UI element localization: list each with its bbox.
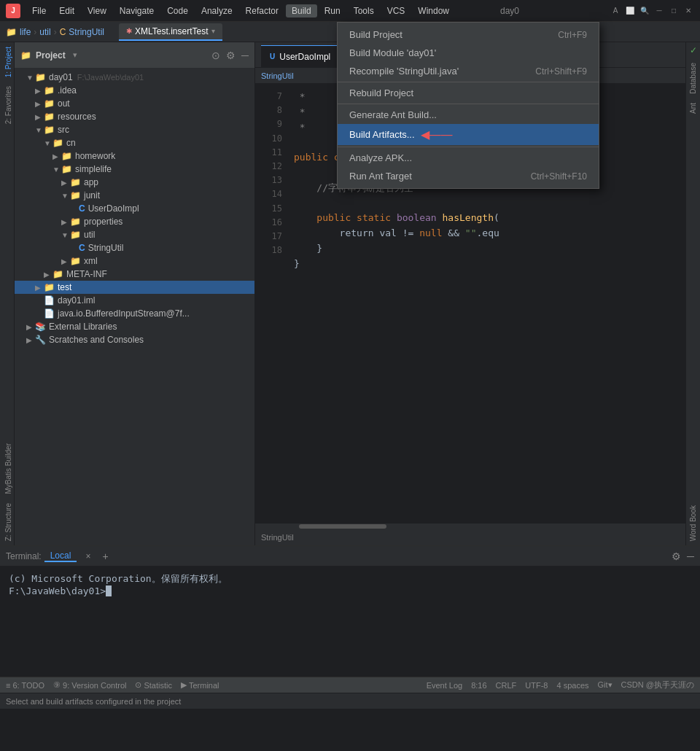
settings-icon[interactable]: ⚙	[226, 50, 236, 61]
status-right-items: Event Log 8:16 CRLF UTF-8 4 spaces Git▾ …	[427, 680, 694, 690]
file-icon: 📄	[44, 308, 55, 319]
terminal-line1: (c) Microsoft Corporation。保留所有权利。	[9, 572, 691, 585]
iml-icon: 📄	[44, 295, 55, 306]
tree-item-bufferedinputstream[interactable]: ▶ 📄 java.io.BufferedInputStream@7f...	[15, 307, 254, 320]
terminal-settings-icon[interactable]: ⚙	[672, 550, 681, 562]
tree-item-day01[interactable]: ▼ 📁 day01 F:\JavaWeb\day01	[15, 71, 254, 84]
tree-item-src[interactable]: ▼ 📁 src	[15, 123, 254, 136]
build-menu-item-generate-ant[interactable]: Generate Ant Build...	[338, 106, 599, 124]
java-class-icon2: C	[79, 243, 85, 253]
tree-item-idea[interactable]: ▶ 📁 .idea	[15, 84, 254, 97]
menu-separator-1	[338, 82, 599, 82]
project-toolbar: ⊙ ⚙ ─	[211, 50, 249, 61]
translate-icon[interactable]: A	[610, 5, 621, 17]
terminal-add-button[interactable]: +	[102, 550, 108, 562]
layout-icon[interactable]: ⬜	[624, 5, 636, 17]
menu-analyze[interactable]: Analyze	[195, 4, 238, 17]
tree-item-resources[interactable]: ▶ 📁 resources	[15, 110, 254, 123]
sidebar-tab-mybatis[interactable]: MyBatis Builder	[0, 439, 14, 498]
build-menu-item-build-project[interactable]: Build Project Ctrl+F9	[338, 26, 599, 44]
status-indent[interactable]: 4 spaces	[557, 680, 589, 690]
tree-item-test[interactable]: ▶ 📁 test	[15, 281, 254, 294]
menu-vcs[interactable]: VCS	[381, 4, 411, 17]
tree-item-xml[interactable]: ▶ 📁 xml	[15, 254, 254, 268]
menu-view[interactable]: View	[82, 4, 112, 17]
tree-item-scratches[interactable]: ▶ 🔧 Scratches and Consoles	[15, 333, 254, 346]
build-menu: Build Project Ctrl+F9 Build Module 'day0…	[337, 22, 599, 189]
locate-icon[interactable]: ⊙	[211, 50, 220, 61]
build-menu-item-analyze-apk[interactable]: Analyze APK...	[338, 149, 599, 167]
sidebar-tab-wordbook[interactable]: Word Book	[688, 501, 699, 545]
breadcrumb-life[interactable]: life	[20, 27, 31, 37]
editor-footer: StringUtil	[255, 529, 685, 545]
status-event-log[interactable]: Event Log	[427, 680, 463, 690]
sidebar-tab-structure[interactable]: Z: Structure	[0, 499, 14, 545]
build-menu-item-build-artifacts[interactable]: Build Artifacts... ◀——	[338, 124, 599, 145]
status-encoding[interactable]: UTF-8	[525, 680, 548, 690]
status-position[interactable]: 8:16	[471, 680, 486, 690]
build-menu-item-build-module[interactable]: Build Module 'day01'	[338, 44, 599, 62]
terminal-close-icon[interactable]: ×	[79, 551, 96, 561]
sidebar-tab-project[interactable]: 1: Project	[0, 42, 14, 82]
tree-item-meta-inf[interactable]: ▶ 📁 META-INF	[15, 268, 254, 281]
close-button[interactable]: ✕	[682, 5, 694, 17]
minimize-panel-icon[interactable]: ─	[241, 50, 249, 61]
breadcrumb-util[interactable]: util	[39, 27, 50, 37]
menu-build[interactable]: Build	[286, 4, 317, 17]
tree-item-util[interactable]: ▼ 📁 util	[15, 228, 254, 241]
sidebar-tab-ant[interactable]: Ant	[688, 98, 699, 118]
menu-file[interactable]: File	[26, 4, 52, 17]
file-tab-xmltest[interactable]: ✱ XMLTest.insertTest ▾	[119, 23, 222, 41]
status-todo[interactable]: ≡ 6: TODO	[6, 681, 44, 690]
menu-edit[interactable]: Edit	[53, 4, 80, 17]
hscroll-thumb[interactable]	[299, 524, 386, 529]
tree-item-out[interactable]: ▶ 📁 out	[15, 97, 254, 110]
tree-item-day01iml[interactable]: ▶ 📄 day01.iml	[15, 294, 254, 307]
menu-code[interactable]: Code	[161, 4, 194, 17]
menu-navigate[interactable]: Navigate	[114, 4, 160, 17]
build-menu-item-recompile[interactable]: Recompile 'StringUtil.java' Ctrl+Shift+F…	[338, 62, 599, 80]
status-line-sep[interactable]: CRLF	[496, 680, 517, 690]
menu-run[interactable]: Run	[319, 4, 346, 17]
terminal-tab-local[interactable]: Local	[44, 550, 77, 562]
tree-item-properties[interactable]: ▶ 📁 properties	[15, 215, 254, 228]
maximize-button[interactable]: □	[668, 5, 680, 17]
editor-filename: StringUtil	[261, 533, 294, 542]
menu-window[interactable]: Window	[412, 4, 455, 17]
terminal-content[interactable]: (c) Microsoft Corporation。保留所有权利。 F:\Jav…	[0, 567, 700, 677]
tree-item-userdaoimpl[interactable]: ▶ C UserDaoImpl	[15, 202, 254, 215]
tree-item-stringutil[interactable]: ▶ C StringUtil	[15, 241, 254, 254]
tree-item-external-libraries[interactable]: ▶ 📚 External Libraries	[15, 320, 254, 333]
menu-refactor[interactable]: Refactor	[240, 4, 284, 17]
bottom-panel: Terminal: Local × + ⚙ ─ (c) Microsoft Co…	[0, 545, 700, 677]
terminal-tab-bar: Terminal: Local × + ⚙ ─	[0, 546, 700, 567]
horizontal-scrollbar[interactable]	[255, 524, 685, 529]
tree-item-homework[interactable]: ▶ 📁 homework	[15, 149, 254, 163]
tree-item-junit[interactable]: ▼ 📁 junit	[15, 189, 254, 202]
sidebar-tab-database[interactable]: Database	[688, 58, 699, 98]
terminal-line2: F:\JavaWeb\day01>	[9, 585, 691, 596]
project-dropdown-icon[interactable]: ▾	[73, 50, 77, 60]
minimize-button[interactable]: ─	[653, 5, 665, 17]
info-text: Select and build artifacts configured in…	[6, 697, 181, 706]
class-icon: C	[60, 27, 66, 37]
search-icon[interactable]: 🔍	[639, 5, 650, 17]
terminal-cursor	[106, 585, 112, 596]
build-menu-item-run-ant[interactable]: Run Ant Target Ctrl+Shift+F10	[338, 167, 599, 185]
breadcrumb-stringutil[interactable]: StringUtil	[69, 27, 104, 37]
java-class-icon: C	[79, 203, 85, 214]
status-vcs[interactable]: Git▾	[598, 680, 612, 690]
sidebar-tab-favorites[interactable]: 2: Favorites	[0, 82, 14, 128]
tree-item-cn[interactable]: ▼ 📁 cn	[15, 136, 254, 149]
menu-tools[interactable]: Tools	[348, 4, 380, 17]
tree-item-simplelife[interactable]: ▼ 📁 simplelife	[15, 163, 254, 176]
java-tab-icon: U	[270, 52, 275, 61]
tree-item-app[interactable]: ▶ 📁 app	[15, 176, 254, 189]
terminal-minimize-icon[interactable]: ─	[687, 550, 694, 562]
dropdown-icon[interactable]: ▾	[211, 27, 215, 35]
status-terminal[interactable]: ▶ Terminal	[181, 680, 219, 690]
status-statistic[interactable]: ⊙ Statistic	[135, 680, 172, 690]
status-version-control[interactable]: ⑨ 9: Version Control	[53, 680, 126, 690]
editor-tab-userdaoimpl[interactable]: U UserDaoImpl	[261, 45, 340, 67]
build-menu-item-rebuild[interactable]: Rebuild Project	[338, 84, 599, 102]
